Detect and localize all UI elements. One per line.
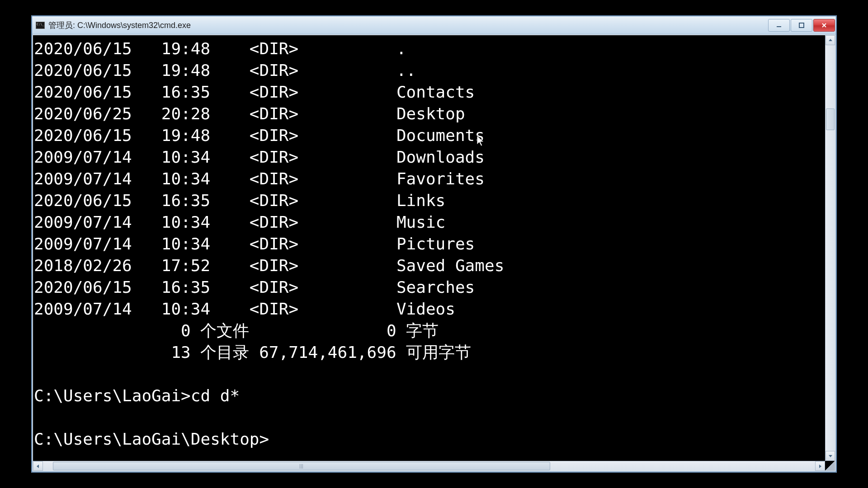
dir-row: 2020/06/15 16:35<DIR>Searches — [34, 277, 825, 298]
dir-type: <DIR> — [250, 168, 298, 190]
dir-type: <DIR> — [250, 146, 298, 168]
dir-date: 2020/06/25 — [34, 103, 142, 125]
dir-type: <DIR> — [250, 233, 298, 255]
dir-type: <DIR> — [250, 38, 298, 60]
dir-date: 2009/07/14 — [34, 233, 142, 255]
dir-date: 2009/07/14 — [34, 168, 142, 190]
horizontal-scrollbar[interactable] — [33, 461, 825, 471]
dir-type: <DIR> — [250, 103, 298, 125]
prompt-command: cd d* — [191, 386, 240, 405]
dir-row: 2020/06/15 19:48<DIR>. — [34, 38, 825, 60]
dir-type: <DIR> — [250, 60, 298, 81]
dir-time: 10:34 — [161, 146, 210, 168]
dir-type: <DIR> — [250, 125, 298, 146]
dir-type: <DIR> — [250, 211, 298, 233]
dir-row: 2020/06/15 19:48<DIR>.. — [34, 60, 825, 81]
dir-date: 2018/02/26 — [34, 255, 142, 277]
dir-time: 19:48 — [161, 125, 210, 146]
dir-type: <DIR> — [250, 255, 298, 277]
client-area: 2020/06/15 19:48<DIR>.2020/06/15 19:48<D… — [32, 34, 836, 472]
dir-time: 10:34 — [161, 211, 210, 233]
cmd-window: 管理员: C:\Windows\system32\cmd.exe 2020/06… — [32, 16, 836, 472]
vertical-scrollbar[interactable] — [825, 35, 835, 461]
dir-name: Videos — [396, 300, 455, 318]
dir-row: 2009/07/14 10:34<DIR>Music — [34, 211, 825, 233]
dir-time: 17:52 — [161, 255, 210, 277]
dir-name: Searches — [396, 278, 475, 296]
dir-time: 10:34 — [161, 233, 210, 255]
dir-row: 2009/07/14 10:34<DIR>Favorites — [34, 168, 825, 190]
scroll-up-button[interactable] — [826, 35, 835, 45]
dir-time: 10:34 — [161, 168, 210, 190]
dir-date: 2009/07/14 — [34, 146, 142, 168]
resize-grip[interactable] — [825, 461, 835, 471]
dir-row: 2020/06/15 16:35<DIR>Contacts — [34, 81, 825, 103]
scroll-left-button[interactable] — [33, 461, 43, 471]
dir-name: . — [396, 39, 406, 58]
dir-type: <DIR> — [250, 190, 298, 211]
dir-date: 2020/06/15 — [34, 277, 142, 298]
dir-date: 2020/06/15 — [34, 125, 142, 146]
window-title: 管理员: C:\Windows\system32\cmd.exe — [48, 20, 767, 31]
dir-time: 19:48 — [161, 38, 210, 60]
scroll-down-button[interactable] — [826, 451, 835, 461]
dir-time: 10:34 — [161, 298, 210, 320]
dir-row: 2009/07/14 10:34<DIR>Downloads — [34, 146, 825, 168]
prompt-line-1: C:\Users\LaoGai>cd d* — [34, 385, 825, 407]
scroll-right-button[interactable] — [815, 461, 825, 471]
maximize-button[interactable] — [791, 19, 812, 32]
dir-date: 2020/06/15 — [34, 60, 142, 81]
dir-row: 2009/07/14 10:34<DIR>Pictures — [34, 233, 825, 255]
dir-name: Links — [396, 191, 445, 210]
minimize-button[interactable] — [768, 19, 790, 32]
close-button[interactable] — [813, 19, 835, 32]
hscrollbar-thumb[interactable] — [53, 462, 550, 470]
cmd-icon — [36, 22, 45, 29]
summary-dirs: 13 个目录 67,714,461,696 可用字节 — [34, 342, 825, 363]
prompt-path: C:\Users\LaoGai\Desktop> — [34, 430, 269, 448]
dir-row: 2009/07/14 10:34<DIR>Videos — [34, 298, 825, 320]
prompt-line-2[interactable]: C:\Users\LaoGai\Desktop> — [34, 428, 825, 450]
dir-name: Desktop — [396, 104, 465, 123]
dir-date: 2020/06/15 — [34, 38, 142, 60]
dir-name: Contacts — [396, 83, 475, 101]
dir-time: 16:35 — [161, 190, 210, 211]
prompt-path: C:\Users\LaoGai> — [34, 386, 191, 405]
dir-name: Downloads — [396, 148, 485, 166]
titlebar[interactable]: 管理员: C:\Windows\system32\cmd.exe — [32, 16, 836, 34]
dir-date: 2020/06/15 — [34, 81, 142, 103]
terminal-output[interactable]: 2020/06/15 19:48<DIR>.2020/06/15 19:48<D… — [33, 35, 825, 461]
dir-time: 20:28 — [161, 103, 210, 125]
dir-date: 2009/07/14 — [34, 211, 142, 233]
dir-row: 2020/06/15 19:48<DIR>Documents — [34, 125, 825, 146]
hscrollbar-track[interactable] — [43, 461, 815, 471]
dir-time: 19:48 — [161, 60, 210, 81]
dir-date: 2009/07/14 — [34, 298, 142, 320]
dir-name: Documents — [396, 126, 485, 145]
dir-name: .. — [396, 61, 416, 80]
summary-files: 0 个文件 0 字节 — [34, 320, 825, 342]
dir-row: 2020/06/25 20:28<DIR>Desktop — [34, 103, 825, 125]
svg-rect-0 — [777, 26, 781, 27]
dir-name: Saved Games — [396, 256, 504, 275]
dir-row: 2020/06/15 16:35<DIR>Links — [34, 190, 825, 211]
dir-row: 2018/02/26 17:52<DIR>Saved Games — [34, 255, 825, 277]
dir-date: 2020/06/15 — [34, 190, 142, 211]
dir-name: Favorites — [396, 169, 485, 188]
svg-rect-1 — [799, 23, 804, 28]
dir-time: 16:35 — [161, 81, 210, 103]
dir-type: <DIR> — [250, 81, 298, 103]
dir-name: Pictures — [396, 235, 475, 253]
dir-name: Music — [396, 213, 445, 231]
dir-time: 16:35 — [161, 277, 210, 298]
scrollbar-track[interactable] — [826, 45, 835, 451]
dir-type: <DIR> — [250, 298, 298, 320]
dir-type: <DIR> — [250, 277, 298, 298]
scrollbar-thumb[interactable] — [826, 108, 835, 130]
